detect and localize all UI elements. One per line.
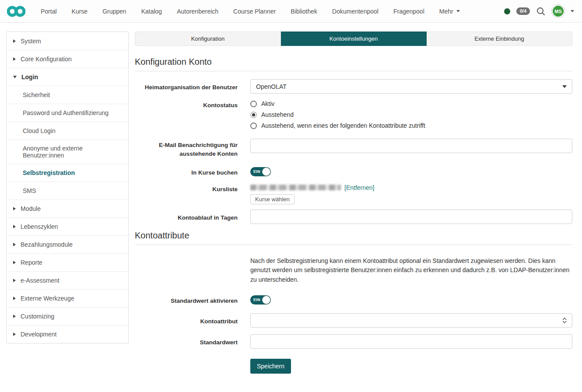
kursliste-entfernen-link[interactable]: [Entfernen] xyxy=(344,184,375,191)
select-up-down-chevrons-icon xyxy=(562,318,567,323)
kontostatus-label: Kontostatus xyxy=(135,100,238,110)
form-row-kontoattribut: Kontoattribut xyxy=(135,313,572,328)
form-row-heimatorganisation: Heimatorganisation der Benutzer OpenOLAT xyxy=(135,79,572,94)
kontoablauf-label: Kontoablauf in Tagen xyxy=(135,210,238,222)
main-content: Konfiguration Kontoeinstellungen Externe… xyxy=(135,32,572,380)
user-menu-chevron-down-icon[interactable] xyxy=(571,10,574,12)
sidebar-item-development[interactable]: Development xyxy=(7,325,128,343)
tab-externe-einbindung[interactable]: Externe Einbindung xyxy=(427,32,572,46)
sidebar-item-label: e-Assessment xyxy=(21,277,60,284)
heimatorganisation-selected-value: OpenOLAT xyxy=(256,83,287,90)
form-row-standardwert: Standardwert xyxy=(135,334,572,349)
kontoattribut-select[interactable] xyxy=(250,313,572,328)
radio-checked-icon[interactable] xyxy=(250,112,257,118)
chevron-right-icon xyxy=(13,225,16,228)
sidebar-item-customizing[interactable]: Customizing xyxy=(7,307,128,325)
standardwert-aktivieren-label: Standardwert aktivieren xyxy=(135,294,238,305)
main-navigation: Portal Kurse Gruppen Katalog Autorenbere… xyxy=(33,8,467,15)
settings-tab-bar: Konfiguration Kontoeinstellungen Externe… xyxy=(135,32,572,46)
chevron-right-icon xyxy=(13,315,16,318)
kurse-waehlen-button[interactable]: Kurse wählen xyxy=(250,194,295,204)
standardwert-input[interactable] xyxy=(250,334,572,349)
presence-indicator-icon xyxy=(504,8,510,14)
sidebar-item-module[interactable]: Module xyxy=(7,200,128,217)
search-icon[interactable] xyxy=(536,7,546,16)
nav-item-portal[interactable]: Portal xyxy=(33,8,64,15)
nav-item-katalog[interactable]: Katalog xyxy=(134,8,169,15)
form-row-kontostatus: Kontostatus Aktiv Ausstehend Ausstehend,… xyxy=(135,100,572,129)
standardwert-aktivieren-toggle[interactable]: EIN xyxy=(250,295,271,304)
sidebar-item-lebenszyklen[interactable]: Lebenszyklen xyxy=(7,217,128,235)
heimatorganisation-select[interactable]: OpenOLAT xyxy=(250,79,572,94)
nav-item-bibliothek[interactable]: Bibliothek xyxy=(283,8,325,15)
chevron-right-icon xyxy=(13,279,16,282)
toggle-knob xyxy=(262,168,270,176)
radio-option-ausstehend-kontoattribute[interactable]: Ausstehend, wenn eines der folgenden Kon… xyxy=(250,122,572,129)
sidebar-item-label: Externe Werkzeuge xyxy=(21,295,74,302)
nav-item-autorenbereich[interactable]: Autorenbereich xyxy=(169,8,226,15)
admin-sidebar: System Core Konfiguration Login Sicherhe… xyxy=(6,32,129,343)
form-row-email-benachrichtigung: E-Mail Benachrichtigung für ausstehende … xyxy=(135,139,572,159)
sidebar-item-selbstregistration[interactable]: Selbstregistration xyxy=(7,164,128,182)
sidebar-item-label: Login xyxy=(21,74,38,80)
sidebar-item-sicherheit[interactable]: Sicherheit xyxy=(7,86,128,104)
kontoattribut-label: Kontoattribut xyxy=(135,313,238,326)
sidebar-item-label: Module xyxy=(21,205,41,212)
chevron-right-icon xyxy=(13,261,16,264)
kontoattribute-description: Nach der Selbstregistrierung kann einem … xyxy=(250,250,572,285)
chevron-right-icon xyxy=(13,332,16,336)
sidebar-item-reporte[interactable]: Reporte xyxy=(7,253,128,271)
form-row-kursliste: Kursliste [Entfernen] Kurse wählen xyxy=(135,182,572,204)
sidebar-item-anonyme-externe-benutzer[interactable]: Anonyme und externe Benutzer:innen xyxy=(7,140,128,164)
radio-icon[interactable] xyxy=(250,101,257,107)
sidebar-item-cloud-login[interactable]: Cloud Login xyxy=(7,122,128,140)
toggle-knob xyxy=(262,296,270,304)
radio-icon[interactable] xyxy=(250,122,257,129)
kontoablauf-input[interactable] xyxy=(250,210,572,224)
notification-count-badge[interactable]: 0/4 xyxy=(516,7,530,15)
radio-option-aktiv[interactable]: Aktiv xyxy=(250,100,572,107)
nav-item-course-planner[interactable]: Course Planner xyxy=(226,8,283,15)
sidebar-item-bezahlungsmodule[interactable]: Bezahlungsmodule xyxy=(7,235,128,253)
nav-item-dokumentenpool[interactable]: Dokumentenpool xyxy=(325,8,386,15)
nav-item-mehr[interactable]: Mehr xyxy=(432,8,467,15)
tab-kontoeinstellungen[interactable]: Kontoeinstellungen xyxy=(281,32,427,46)
chevron-right-icon xyxy=(13,57,16,61)
user-avatar[interactable]: MS xyxy=(552,5,564,18)
sidebar-item-core-konfiguration[interactable]: Core Konfiguration xyxy=(7,50,128,68)
radio-label: Ausstehend xyxy=(261,111,294,118)
sidebar-item-sms[interactable]: SMS xyxy=(7,182,128,200)
konto-form: Heimatorganisation der Benutzer OpenOLAT… xyxy=(135,79,572,224)
section-title-konfiguration-konto: Konfiguration Konto xyxy=(135,57,572,71)
tab-konfiguration[interactable]: Konfiguration xyxy=(135,32,281,46)
top-navbar: Portal Kurse Gruppen Katalog Autorenbere… xyxy=(0,0,582,23)
sidebar-item-system[interactable]: System xyxy=(7,32,128,50)
sidebar-item-e-assessment[interactable]: e-Assessment xyxy=(7,271,128,289)
radio-label: Ausstehend, wenn eines der folgenden Kon… xyxy=(261,122,425,129)
chevron-right-icon xyxy=(13,207,16,210)
redacted-course-name xyxy=(250,185,341,190)
nav-item-gruppen[interactable]: Gruppen xyxy=(95,8,133,15)
sidebar-item-label: Lebenszyklen xyxy=(21,223,58,230)
select-chevron-down-icon xyxy=(562,85,567,88)
sidebar-item-password-authentifizierung[interactable]: Password und Authentifizierung xyxy=(7,104,128,122)
nav-item-fragenpool[interactable]: Fragenpool xyxy=(386,8,432,15)
nav-item-kurse[interactable]: Kurse xyxy=(64,8,95,15)
chevron-right-icon xyxy=(13,243,16,246)
speichern-button[interactable]: Speichern xyxy=(250,359,291,374)
kontoattribute-form: Nach der Selbstregistrierung kann einem … xyxy=(135,250,572,374)
in-kurse-buchen-toggle[interactable]: EIN xyxy=(250,167,271,176)
kontostatus-radio-group: Aktiv Ausstehend Ausstehend, wenn eines … xyxy=(250,100,572,129)
sidebar-item-login[interactable]: Login xyxy=(7,68,128,86)
toggle-on-label: EIN xyxy=(253,298,260,302)
form-row-description: Nach der Selbstregistrierung kann einem … xyxy=(135,250,572,285)
radio-option-ausstehend[interactable]: Ausstehend xyxy=(250,111,572,118)
email-benachrichtigung-input[interactable] xyxy=(250,139,572,153)
sidebar-item-externe-werkzeuge[interactable]: Externe Werkzeuge xyxy=(7,289,128,307)
sidebar-item-label: Cloud Login xyxy=(23,127,56,134)
openolat-logo-icon[interactable] xyxy=(7,5,25,18)
sidebar-item-label: Development xyxy=(21,331,57,338)
in-kurse-buchen-label: In Kurse buchen xyxy=(135,165,238,177)
sidebar-item-label: SMS xyxy=(23,187,36,194)
toggle-on-label: EIN xyxy=(253,169,260,174)
